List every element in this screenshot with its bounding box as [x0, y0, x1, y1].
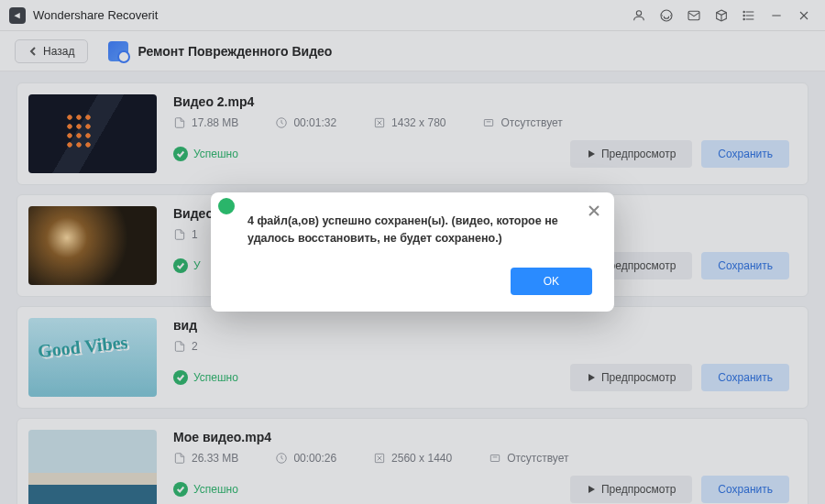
modal-ok-button[interactable]: OK	[511, 268, 592, 295]
close-icon	[588, 204, 600, 217]
modal-close-button[interactable]	[585, 202, 603, 220]
save-success-modal: 4 файл(а,ов) успешно сохранен(ы). (видео…	[211, 192, 614, 312]
modal-overlay: 4 файл(а,ов) успешно сохранен(ы). (видео…	[0, 0, 825, 504]
modal-message: 4 файл(а,ов) успешно сохранен(ы). (видео…	[248, 213, 592, 247]
